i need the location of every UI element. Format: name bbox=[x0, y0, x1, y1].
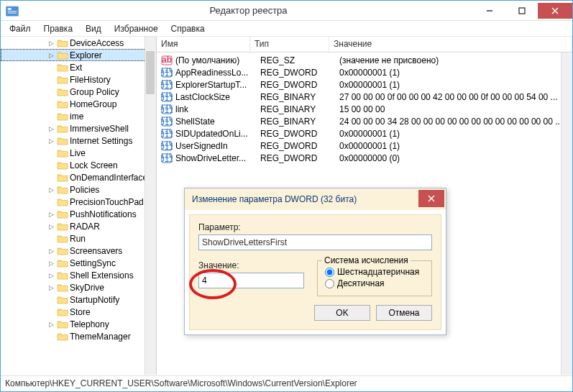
tree-expand-icon[interactable]: ▷ bbox=[47, 40, 55, 47]
value-row[interactable]: 110011ShowDriveLetter...REG_DWORD0x00000… bbox=[157, 152, 572, 164]
tree-item[interactable]: ThemeManager bbox=[1, 330, 157, 342]
tree-item[interactable]: ▷Internet Settings bbox=[1, 135, 157, 147]
tree-item[interactable]: ▷Telephony bbox=[1, 318, 157, 330]
tree-expand-icon[interactable]: ▷ bbox=[47, 223, 55, 230]
value-name: LastClockSize bbox=[175, 92, 260, 102]
tree-item[interactable]: ▷Explorer bbox=[1, 49, 157, 61]
menu-favorites[interactable]: Избранное bbox=[109, 22, 164, 35]
svg-rect-5 bbox=[519, 8, 525, 14]
folder-icon bbox=[57, 124, 68, 134]
folder-icon bbox=[57, 270, 68, 281]
value-name: ShellState bbox=[175, 117, 260, 127]
col-type[interactable]: Тип bbox=[250, 37, 329, 52]
value-row[interactable]: 110011ExplorerStartupT...REG_DWORD0x0000… bbox=[157, 78, 572, 91]
tree-item[interactable]: ▷Screensavers bbox=[1, 245, 157, 257]
value-type-icon: ab bbox=[161, 55, 173, 65]
minimize-button[interactable] bbox=[473, 3, 505, 19]
window-title: Редактор реестра bbox=[24, 5, 473, 16]
value-row[interactable]: 110011ShellStateREG_BINARY24 00 00 00 34… bbox=[157, 115, 572, 127]
tree-item[interactable]: ime bbox=[1, 110, 157, 122]
tree-item[interactable]: Live bbox=[1, 147, 157, 159]
tree-item[interactable]: Ext bbox=[1, 61, 157, 73]
tree-expand-icon[interactable]: ▷ bbox=[47, 272, 55, 279]
value-input[interactable] bbox=[198, 273, 304, 288]
folder-icon bbox=[57, 307, 68, 317]
ok-button[interactable]: OK bbox=[314, 305, 370, 321]
menu-help[interactable]: Справка bbox=[165, 22, 211, 35]
tree-panel: ▷DeviceAccess▷ExplorerExtFileHistoryGrou… bbox=[1, 37, 157, 375]
radix-hex-option[interactable]: Шестнадцатеричная bbox=[325, 267, 424, 277]
tree-item-label: Ext bbox=[70, 63, 82, 73]
svg-text:011: 011 bbox=[161, 81, 173, 90]
value-data: (значение не присвоено) bbox=[339, 55, 572, 65]
status-bar: Компьютер\HKEY_CURRENT_USER\Software\Mic… bbox=[1, 375, 572, 391]
value-row[interactable]: 110011SIDUpdatedOnLi...REG_DWORD0x000000… bbox=[157, 127, 572, 140]
tree-item[interactable]: FileHistory bbox=[1, 73, 157, 86]
radix-hex-radio[interactable] bbox=[325, 268, 334, 277]
tree-expand-icon[interactable]: ▷ bbox=[47, 211, 55, 218]
value-row[interactable]: 110011AppReadinessLo...REG_DWORD0x000000… bbox=[157, 66, 572, 78]
tree-item-label: RADAR bbox=[70, 222, 100, 232]
folder-icon bbox=[57, 295, 68, 305]
value-row[interactable]: 110011UserSignedInREG_DWORD0x00000001 (1… bbox=[157, 140, 572, 152]
col-value[interactable]: Значение bbox=[329, 37, 572, 52]
tree-item-label: Store bbox=[70, 307, 91, 317]
folder-icon bbox=[57, 173, 68, 183]
maximize-button[interactable] bbox=[505, 3, 538, 19]
tree-item[interactable]: PrecisionTouchPad bbox=[1, 196, 157, 208]
tree-scroll-thumb[interactable] bbox=[146, 51, 155, 94]
close-button[interactable] bbox=[538, 3, 572, 19]
tree-item[interactable]: ▷Policies bbox=[1, 183, 157, 196]
tree-item[interactable]: Store bbox=[1, 306, 157, 318]
tree-expand-icon[interactable]: ▷ bbox=[47, 186, 55, 193]
radix-dec-radio[interactable] bbox=[325, 279, 334, 288]
tree-expand-icon[interactable]: ▷ bbox=[47, 247, 55, 255]
list-scrollbar[interactable] bbox=[561, 53, 572, 375]
menu-file[interactable]: Файл bbox=[4, 22, 37, 35]
dialog-title: Изменение параметра DWORD (32 бита) bbox=[185, 188, 446, 210]
tree-expand-icon[interactable]: ▷ bbox=[47, 321, 55, 328]
tree-item[interactable]: StartupNotify bbox=[1, 293, 157, 306]
tree-item[interactable]: ▷ImmersiveShell bbox=[1, 122, 157, 135]
value-row[interactable]: 110011linkREG_BINARY15 00 00 00 bbox=[157, 103, 572, 115]
value-label: Значение: bbox=[198, 260, 304, 270]
value-type-icon: 110011 bbox=[161, 92, 173, 102]
cancel-button[interactable]: Отмена bbox=[376, 305, 432, 321]
tree-item[interactable]: OnDemandInterfaceCache bbox=[1, 171, 157, 183]
tree-item[interactable]: Run bbox=[1, 232, 157, 245]
tree-scrollbar[interactable] bbox=[145, 37, 156, 375]
tree-expand-icon[interactable]: ▷ bbox=[47, 52, 55, 59]
folder-icon bbox=[57, 222, 68, 232]
tree-expand-icon[interactable]: ▷ bbox=[47, 125, 55, 132]
tree-item[interactable]: ▷SettingSync bbox=[1, 257, 157, 269]
value-row[interactable]: 110011LastClockSizeREG_BINARY27 00 00 00… bbox=[157, 91, 572, 103]
dialog-title-text: Изменение параметра DWORD (32 бита) bbox=[192, 194, 357, 204]
value-type: REG_DWORD bbox=[260, 141, 339, 151]
tree-item[interactable]: ▷DeviceAccess bbox=[1, 37, 157, 49]
tree-expand-icon[interactable]: ▷ bbox=[47, 260, 55, 267]
menu-edit[interactable]: Правка bbox=[38, 22, 79, 35]
tree-item[interactable]: ▷PushNotifications bbox=[1, 208, 157, 220]
value-row[interactable]: ab(По умолчанию)REG_SZ(значение не присв… bbox=[157, 54, 572, 66]
tree-item[interactable]: HomeGroup bbox=[1, 98, 157, 110]
tree-item[interactable]: ▷Shell Extensions bbox=[1, 269, 157, 281]
value-data: 0x00000001 (1) bbox=[339, 141, 572, 151]
tree-expand-icon[interactable]: ▷ bbox=[47, 284, 55, 291]
tree-expand-icon[interactable]: ▷ bbox=[47, 137, 55, 145]
menu-view[interactable]: Вид bbox=[80, 22, 107, 35]
value-data: 27 00 00 00 0f 00 00 00 42 00 00 00 0f 0… bbox=[339, 92, 572, 102]
tree-item-label: Telephony bbox=[70, 319, 109, 329]
value-type: REG_DWORD bbox=[260, 68, 339, 78]
tree-item[interactable]: Group Policy bbox=[1, 86, 157, 98]
radix-dec-option[interactable]: Десятичная bbox=[325, 278, 424, 288]
dialog-close-button[interactable] bbox=[418, 190, 444, 207]
tree-item-label: ImmersiveShell bbox=[70, 124, 129, 134]
value-name: ExplorerStartupT... bbox=[175, 80, 260, 90]
tree-item[interactable]: ▷RADAR bbox=[1, 220, 157, 232]
tree-item[interactable]: ▷SkyDrive bbox=[1, 281, 157, 293]
col-name[interactable]: Имя bbox=[157, 37, 250, 52]
value-data: 15 00 00 00 bbox=[339, 104, 572, 114]
tree-item[interactable]: Lock Screen bbox=[1, 159, 157, 171]
value-name: UserSignedIn bbox=[175, 141, 260, 151]
folder-icon bbox=[57, 197, 68, 207]
